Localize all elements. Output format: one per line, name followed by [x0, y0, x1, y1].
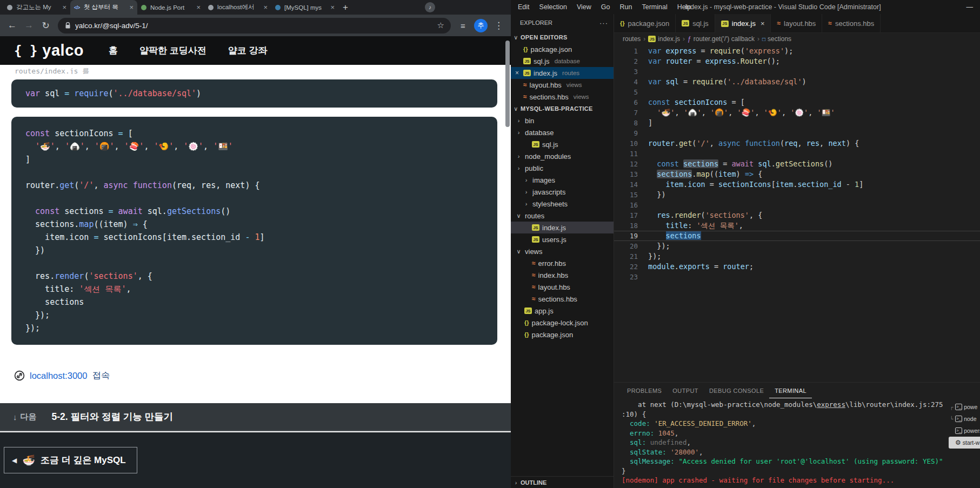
course-home-button[interactable]: ◀ 🍜 조금 더 깊은 MySQL: [4, 447, 137, 473]
site-nav-link[interactable]: 얄팍한 코딩사전: [139, 44, 206, 57]
open-editors-header[interactable]: ∨ OPEN EDITORS: [511, 31, 614, 43]
tree-item-error.hbs[interactable]: ≈error.hbs: [511, 257, 614, 269]
editor-line[interactable]: 13 sections.map((item) => {: [614, 169, 980, 179]
editor-tab-sql.js[interactable]: JSsql.js: [676, 14, 715, 32]
page-scrollbar-thumb[interactable]: [505, 41, 510, 127]
back-icon[interactable]: ←: [4, 20, 20, 31]
editor-line[interactable]: 23: [614, 272, 980, 282]
editor-line[interactable]: 8]: [614, 118, 980, 128]
tab-close-icon[interactable]: ×: [196, 3, 201, 11]
minimize-icon[interactable]: —: [966, 3, 974, 11]
tree-item-node_modules[interactable]: ›node_modules: [511, 150, 614, 162]
open-editor-item[interactable]: JSsql.jsdatabase: [511, 55, 614, 67]
explorer-actions-icon[interactable]: ···: [599, 19, 608, 27]
tree-item-images[interactable]: ›images: [511, 174, 614, 186]
tree-item-sql.js[interactable]: JSsql.js: [511, 138, 614, 150]
site-nav-link[interactable]: 홈: [109, 44, 118, 57]
open-editor-item[interactable]: ≈sections.hbsviews: [511, 91, 614, 103]
editor-line[interactable]: 7 '🍜', '🍙', '🍘', '🍣', '🍤', '🍥', '🍱': [614, 108, 980, 118]
profile-avatar[interactable]: 추: [474, 19, 488, 32]
outline-header[interactable]: › OUTLINE: [511, 476, 614, 488]
site-logo-text[interactable]: yalco: [42, 42, 84, 59]
close-tab-icon[interactable]: ×: [761, 19, 765, 28]
tree-item-index.js[interactable]: JSindex.js: [511, 222, 614, 233]
tree-item-index.hbs[interactable]: ≈index.hbs: [511, 269, 614, 281]
terminal-output[interactable]: at next (D:\mysql-web-practice\node_modu…: [614, 398, 949, 488]
editor-line[interactable]: 20 });: [614, 241, 980, 251]
editor-line[interactable]: 12 const sections = await sql.getSection…: [614, 159, 980, 169]
terminal-instance[interactable]: ⚙start-w: [949, 437, 980, 449]
forward-icon[interactable]: →: [21, 20, 37, 31]
editor-line[interactable]: 9: [614, 128, 980, 138]
panel-tab-terminal[interactable]: TERMINAL: [769, 383, 812, 398]
tab-close-icon[interactable]: ×: [62, 3, 66, 11]
open-editor-item[interactable]: {}package.json: [511, 43, 614, 55]
reading-list-icon[interactable]: ≡: [455, 21, 471, 30]
editor-tab-sections.hbs[interactable]: ≈sections.hbs: [822, 14, 881, 32]
yalco-logo-icon[interactable]: { }: [14, 43, 37, 58]
editor-line[interactable]: 17 res.render('sections', {: [614, 210, 980, 220]
editor-line[interactable]: 18 title: '섹션 목록',: [614, 220, 980, 231]
terminal-instance[interactable]: ┌>_powe: [949, 401, 980, 413]
panel-tab-output[interactable]: OUTPUT: [667, 383, 704, 398]
editor-line[interactable]: 3: [614, 66, 980, 77]
editor-line[interactable]: 16: [614, 200, 980, 210]
breadcrumb-item[interactable]: routes: [623, 35, 641, 43]
menu-run[interactable]: Run: [615, 0, 637, 14]
tree-item-stylesheets[interactable]: ›stylesheets: [511, 198, 614, 210]
open-editor-item[interactable]: ≈layout.hbsviews: [511, 79, 614, 91]
editor-line[interactable]: 1var express = require('express');: [614, 46, 980, 56]
bookmark-star-icon[interactable]: ☆: [437, 21, 448, 30]
panel-tab-problems[interactable]: PROBLEMS: [622, 383, 667, 398]
tree-item-database[interactable]: ›database: [511, 126, 614, 138]
browser-tab[interactable]: localhost에서×: [204, 0, 271, 15]
site-nav-link[interactable]: 얄코 강좌: [228, 44, 268, 57]
next-lesson-band[interactable]: ↓ 다음 5-2. 필터와 정렬 기능 만들기: [0, 403, 511, 431]
tree-item-javascripts[interactable]: ›javascripts: [511, 186, 614, 198]
tree-item-app.js[interactable]: JSapp.js: [511, 305, 614, 317]
tree-item-layout.hbs[interactable]: ≈layout.hbs: [511, 281, 614, 293]
menu-terminal[interactable]: Terminal: [637, 0, 672, 14]
media-control-button[interactable]: ♪: [425, 2, 435, 12]
menu-selection[interactable]: Selection: [535, 0, 572, 14]
tree-item-package.json[interactable]: {}package.json: [511, 329, 614, 340]
editor-line[interactable]: 22module.exports = router;: [614, 262, 980, 272]
localhost-link[interactable]: localhost:3000: [30, 371, 87, 381]
tree-item-public[interactable]: ›public: [511, 162, 614, 174]
editor-line[interactable]: 4var sql = require('../database/sql'): [614, 77, 980, 87]
chrome-menu-icon[interactable]: ⋮: [491, 20, 506, 31]
editor-line[interactable]: 6const sectionIcons = [: [614, 97, 980, 108]
menu-view[interactable]: View: [572, 0, 596, 14]
tree-item-sections.hbs[interactable]: ≈sections.hbs: [511, 293, 614, 305]
browser-tab[interactable]: </>첫 삽부터 목×: [70, 0, 137, 15]
editor-line[interactable]: 14 item.icon = sectionIcons[item.section…: [614, 179, 980, 190]
tab-close-icon[interactable]: ×: [263, 3, 268, 11]
code-editor[interactable]: 1var express = require('express');2var r…: [614, 45, 980, 382]
tree-item-views[interactable]: ∨views: [511, 245, 614, 257]
breadcrumb-item[interactable]: □sections: [762, 35, 791, 43]
terminal-instance[interactable]: └>_node: [949, 413, 980, 425]
tree-item-bin[interactable]: ›bin: [511, 115, 614, 126]
tree-item-routes[interactable]: ∨routes: [511, 210, 614, 222]
editor-line[interactable]: 5: [614, 87, 980, 97]
editor-line[interactable]: 15 }): [614, 190, 980, 200]
menu-go[interactable]: Go: [596, 0, 615, 14]
breadcrumb-item[interactable]: ƒrouter.get('/') callback: [688, 35, 755, 43]
editor-line[interactable]: 21});: [614, 251, 980, 262]
project-header[interactable]: ∨ MYSQL-WEB-PRACTICE: [511, 103, 614, 115]
open-editor-item[interactable]: ×JSindex.jsroutes: [511, 67, 614, 79]
tab-close-icon[interactable]: ×: [129, 3, 134, 11]
browser-tab[interactable]: 갖고노는 My×: [3, 0, 70, 15]
editor-line[interactable]: 11: [614, 149, 980, 159]
editor-line[interactable]: 19 sections: [614, 231, 980, 241]
address-input[interactable]: [75, 22, 433, 30]
editor-tab-layout.hbs[interactable]: ≈layout.hbs: [771, 14, 822, 32]
tab-close-icon[interactable]: ×: [330, 3, 335, 11]
terminal-instance[interactable]: >_powersh: [949, 425, 980, 437]
breadcrumb-item[interactable]: JSindex.js: [648, 35, 680, 43]
panel-tab-debug-console[interactable]: DEBUG CONSOLE: [704, 383, 769, 398]
address-bar[interactable]: ☆: [58, 18, 451, 34]
editor-tab-package.json[interactable]: {}package.json: [614, 14, 676, 32]
browser-tab[interactable]: Node.js Port×: [137, 0, 204, 15]
new-tab-button[interactable]: +: [343, 2, 348, 13]
